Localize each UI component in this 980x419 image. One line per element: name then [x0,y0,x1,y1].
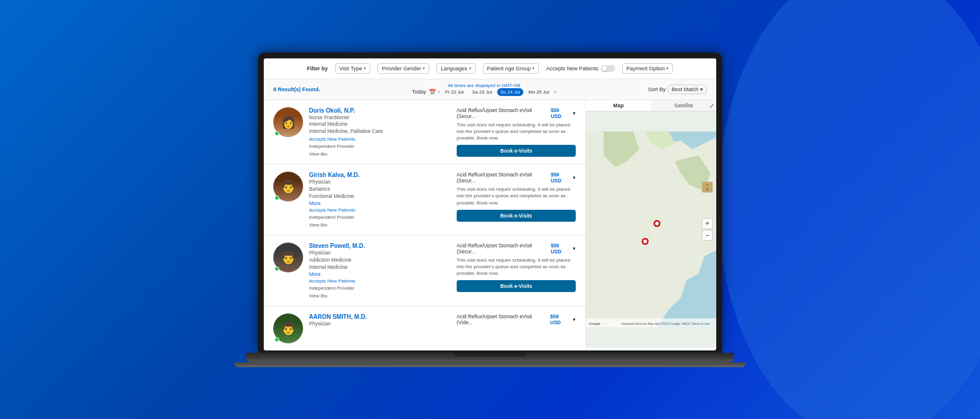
patient-age-chevron-icon: ▾ [532,66,535,71]
accepts-new-label: Accepts New Patients [309,136,451,142]
patient-age-group-dropdown[interactable]: Patient Age Group ▾ [483,63,539,74]
languages-chevron-icon: ▾ [469,66,472,71]
view-bio-link[interactable]: View Bio [309,293,451,299]
online-status-dot [274,195,279,200]
visit-desc: This visit does not require scheduling. … [457,257,576,277]
date-fri[interactable]: Fr 22 Jul [442,88,467,96]
payment-option-label: Payment Option [626,66,665,72]
map-background: Google Keyboard shortcuts Map data ©2022… [586,111,716,347]
laptop-screen: Filter by Visit Type ▾ Provider Gender ▾… [258,52,722,353]
prev-date-arrow[interactable]: ‹ [438,89,440,95]
book-evisits-button[interactable]: Book e-Visits [457,280,576,292]
accepts-new-patients-label: Accepts New Patients [546,66,598,72]
sort-bar: Sort By Best Match ▾ [648,85,707,94]
zoom-out-button[interactable]: − [702,230,713,241]
date-sat[interactable]: Sa 23 Jul [469,88,495,96]
filter-by-label: Filter by [307,66,328,72]
visit-info-2: Acid Reflux/Upset Stomach eVisit (Secur.… [457,172,576,222]
map-zoom-controls: + − [702,218,713,241]
accepts-new-patients-toggle[interactable] [601,65,615,72]
tab-map[interactable]: Map [586,100,651,111]
provider-info-2: Girish Kalva, M.D. Physician Bariatrics … [309,172,451,228]
accepts-new-label: Accepts New Patients [309,278,451,284]
visit-type-dropdown-icon[interactable]: ▾ [573,316,576,322]
book-evisits-button[interactable]: Book e-Visits [457,210,576,222]
provider-info-4: AARON SMITH, M.D. Physician [309,314,451,328]
visit-type-row: Acid Reflux/Upset Stomach eVisit (Secur.… [457,172,576,184]
online-status-dot [274,337,279,342]
visit-price: $59 USD [551,172,570,184]
visit-price: $59 USD [550,314,570,325]
provider-title: Nurse Practitioner [309,114,451,122]
visit-type-row: Acid Reflux/Upset Stomach eVisit (Secur.… [457,107,576,119]
languages-label: Languages [441,66,467,72]
table-row: 👨 AARON SMITH, M.D. Physician Acid Reflu… [264,306,585,350]
visit-type-label: Visit Type [339,66,363,72]
visit-type-row: Acid Reflux/Upset Stomach eVisit (Vide..… [457,314,576,325]
app-ui: Filter by Visit Type ▾ Provider Gender ▾… [264,58,716,350]
visit-desc: This visit does not require scheduling. … [457,122,576,142]
map-svg: Google Keyboard shortcuts Map data ©2022… [586,111,716,347]
date-navigation: All times are displayed in GMT+08 Today … [412,83,557,96]
provider-more-link[interactable]: More [309,271,451,277]
screen-inner: Filter by Visit Type ▾ Provider Gender ▾… [264,58,716,350]
visit-price: $59 USD [551,107,570,119]
zoom-in-button[interactable]: + [702,218,713,229]
visit-type-text: Acid Reflux/Upset Stomach eVisit (Secur.… [457,107,548,119]
accepts-new-patients-toggle-wrapper: Accepts New Patients [546,65,615,72]
provider-title: Physician [309,250,451,257]
provider-gender-chevron-icon: ▾ [423,66,425,71]
today-label: Today [412,89,426,95]
visit-type-dropdown-icon[interactable]: ▾ [573,175,576,181]
avatar-wrapper-4: 👨 [273,314,303,343]
visit-price: $59 USD [551,243,570,254]
visit-type-text: Acid Reflux/Upset Stomach eVisit (Secur.… [457,172,548,184]
date-mon[interactable]: Mo 25 Jul [526,88,553,96]
table-row: 👨 Girish Kalva, M.D. Physician Bariatric… [264,165,585,235]
avatar-wrapper-1: 👩 [273,107,303,137]
street-view-icon[interactable]: 🚶 [702,182,713,193]
results-bar: 8 Result(s) Found. All times are display… [264,79,716,100]
view-bio-link[interactable]: View Bio [309,222,451,228]
provider-gender-label: Provider Gender [382,66,421,72]
provider-specialty-1: Bariatrics [309,186,451,193]
filter-bar: Filter by Visit Type ▾ Provider Gender ▾… [264,58,716,79]
sort-by-label: Sort By [648,86,666,92]
visit-desc: This visit does not require scheduling. … [457,186,576,206]
tab-satellite[interactable]: Satellite [651,100,717,111]
affiliation-label: Independent Provider [309,144,451,149]
accepts-new-label: Accepts New Patients [309,207,451,213]
map-expand-icon[interactable]: ⤢ [709,103,714,109]
svg-point-6 [644,239,647,243]
provider-specialty-2: Internal Medicine, Palliative Care [309,128,451,135]
affiliation-label: Independent Provider [309,285,451,291]
view-bio-link[interactable]: View Bio [309,151,451,157]
laptop-wrapper: Filter by Visit Type ▾ Provider Gender ▾… [234,52,746,367]
patient-age-group-label: Patient Age Group [487,66,531,72]
online-status-dot [274,131,279,136]
date-sun[interactable]: Su 24 Jul [497,88,523,96]
svg-text:Keyboard shortcuts  Map data ©: Keyboard shortcuts Map data ©2022 Google… [622,322,710,325]
provider-specialty-1: Addiction Medicine [309,257,451,264]
payment-option-dropdown[interactable]: Payment Option ▾ [622,63,673,74]
svg-text:Google: Google [589,322,601,325]
next-date-arrow[interactable]: › [554,89,556,95]
provider-gender-dropdown[interactable]: Provider Gender ▾ [377,63,429,74]
visit-type-dropdown-icon[interactable]: ▾ [573,246,576,252]
svg-point-4 [655,222,658,225]
visit-type-dropdown[interactable]: Visit Type ▾ [335,63,371,74]
visit-info-4: Acid Reflux/Upset Stomach eVisit (Vide..… [457,314,576,328]
sort-value: Best Match [672,86,698,92]
book-evisits-button[interactable]: Book e-Visits [457,145,576,157]
provider-more-link[interactable]: More [309,200,451,206]
visit-type-chevron-icon: ▾ [364,66,366,71]
languages-dropdown[interactable]: Languages ▾ [436,63,476,74]
visit-type-dropdown-icon[interactable]: ▾ [573,110,576,116]
table-row: 👩 Doris Okoli, N.P. Nurse Practitioner I… [264,100,585,165]
visit-info-1: Acid Reflux/Upset Stomach eVisit (Secur.… [457,107,576,157]
provider-info-1: Doris Okoli, N.P. Nurse Practitioner Int… [309,107,451,157]
results-count: 8 Result(s) Found. [273,86,320,92]
sort-dropdown[interactable]: Best Match ▾ [668,85,707,94]
calendar-icon[interactable]: 📅 [429,89,436,95]
main-content: 👩 Doris Okoli, N.P. Nurse Practitioner I… [264,100,716,350]
